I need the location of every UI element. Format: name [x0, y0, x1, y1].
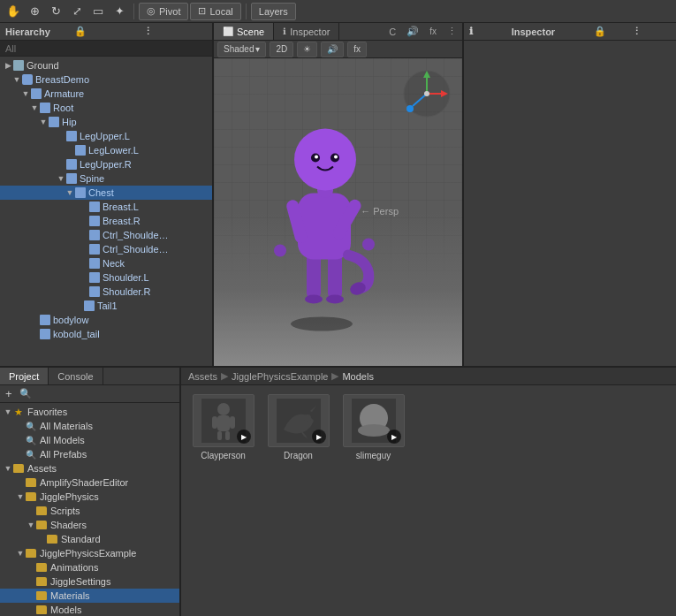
- fx-scene-button[interactable]: fx: [347, 42, 367, 57]
- tree-icon-bodylow: [39, 314, 51, 326]
- tree-item-breastdemo[interactable]: ▼ BreastDemo: [0, 72, 212, 87]
- ptree-all-models[interactable]: 🔍 All Models: [0, 433, 179, 447]
- lighting-button[interactable]: ☀: [297, 42, 317, 57]
- tree-label-armature: Armature: [44, 88, 84, 99]
- tree-label-spine: Spine: [80, 173, 104, 184]
- scene-viewport[interactable]: ← Persp: [214, 58, 462, 366]
- more-center-icon[interactable]: ⋮: [442, 23, 462, 40]
- ptree-materials[interactable]: Materials: [0, 589, 179, 603]
- asset-dragon-thumb[interactable]: ▶: [268, 394, 330, 447]
- tree-arrow-spine: ▼: [57, 174, 65, 183]
- audio-scene-button[interactable]: 🔊: [321, 42, 344, 57]
- tree-item-root[interactable]: ▼ Root: [0, 101, 212, 115]
- ptree-shaders[interactable]: ▼ Shaders: [0, 518, 179, 532]
- tree-item-hip[interactable]: ▼ Hip: [0, 115, 212, 129]
- ptree-amplify[interactable]: AmplifyShaderEditor: [0, 475, 179, 490]
- hierarchy-header: Hierarchy 🔒 ⋮: [0, 23, 212, 41]
- ptree-jigglephysics[interactable]: ▼ JigglePhysics: [0, 490, 179, 504]
- tree-item-chest[interactable]: ▼ Chest: [0, 186, 212, 200]
- tree-item-tail1[interactable]: Tail1: [0, 299, 212, 313]
- fx-icon[interactable]: fx: [424, 23, 442, 40]
- hierarchy-title: Hierarchy: [5, 27, 69, 37]
- assets-folder-icon: [12, 463, 25, 474]
- transform-tool-icon[interactable]: ✦: [110, 2, 129, 21]
- tree-item-legupper-l[interactable]: LegUpper.L: [0, 129, 212, 143]
- asset-slimeguy[interactable]: ▶ slimeguy: [340, 394, 406, 460]
- tree-arrow-chest: ▼: [65, 188, 74, 197]
- slimeguy-play-button[interactable]: ▶: [387, 430, 401, 444]
- asset-dragon[interactable]: ▶ Dragon: [265, 394, 331, 460]
- tree-item-ctrl-shoulder2[interactable]: Ctrl_Shoulde…: [0, 242, 212, 256]
- tree-item-armature[interactable]: ▼ Armature: [0, 87, 212, 101]
- tree-icon-kobold-tail: [39, 328, 51, 340]
- clayperson-play-button[interactable]: ▶: [237, 430, 251, 444]
- breadcrumb-assets[interactable]: Assets: [188, 371, 217, 382]
- top-half: Hierarchy 🔒 ⋮ ▶ Ground ▼ BreastDemo: [0, 23, 676, 368]
- models-folder-icon: [35, 605, 48, 615]
- ptree-scripts[interactable]: Scripts: [0, 504, 179, 518]
- right-inspector-icon: ℹ: [469, 26, 508, 37]
- tree-item-kobold-tail[interactable]: kobold_tail: [0, 327, 212, 341]
- shading-arrow: ▾: [255, 44, 260, 54]
- ptree-animations[interactable]: Animations: [0, 560, 179, 574]
- tab-project[interactable]: Project: [0, 368, 49, 384]
- tree-icon-spine: [65, 172, 78, 185]
- hierarchy-more-icon[interactable]: ⋮: [143, 26, 207, 37]
- right-inspector-more-icon[interactable]: ⋮: [632, 26, 671, 37]
- tree-item-shoulder-l[interactable]: Shoulder.L: [0, 270, 212, 285]
- scene-gizmo[interactable]: [400, 67, 453, 120]
- audio-icon[interactable]: 🔊: [401, 23, 424, 40]
- asset-clayperson-thumb[interactable]: ▶: [193, 394, 254, 447]
- rect-tool-icon[interactable]: ▭: [88, 2, 108, 21]
- right-inspector-lock-icon[interactable]: 🔒: [594, 26, 633, 37]
- project-search-button[interactable]: 🔍: [18, 388, 34, 399]
- tree-icon-chest: [74, 186, 87, 199]
- ptree-all-materials[interactable]: 🔍 All Materials: [0, 419, 179, 433]
- svg-point-36: [358, 424, 390, 437]
- tree-item-leglower-l[interactable]: LegLower.L: [0, 143, 212, 157]
- tree-item-shoulder-r[interactable]: Shoulder.R: [0, 285, 212, 299]
- tab-inspector-center[interactable]: ℹ Inspector: [274, 23, 339, 40]
- scale-tool-icon[interactable]: ⤢: [67, 2, 87, 21]
- layers-button[interactable]: Layers: [251, 3, 296, 20]
- ptree-jigglephysicsexample[interactable]: ▼ JigglePhysicsExample: [0, 546, 179, 560]
- c-icon[interactable]: C: [384, 23, 401, 40]
- asset-clayperson[interactable]: ▶ Clayperson: [190, 394, 256, 460]
- tree-icon-breast-l: [88, 201, 101, 213]
- tree-item-legupper-r[interactable]: LegUpper.R: [0, 157, 212, 171]
- scene-tab-icon: ⬜: [223, 27, 233, 36]
- tab-spacer: [339, 23, 384, 40]
- tree-item-spine[interactable]: ▼ Spine: [0, 171, 212, 186]
- move-tool-icon[interactable]: ⊕: [25, 2, 44, 21]
- project-add-button[interactable]: +: [4, 387, 14, 400]
- tree-label-leglower-l: LegLower.L: [88, 145, 139, 156]
- svg-point-8: [274, 245, 286, 257]
- asset-slimeguy-thumb[interactable]: ▶: [343, 394, 405, 447]
- tree-item-ctrl-shoulder1[interactable]: Ctrl_Shoulde…: [0, 228, 212, 242]
- hierarchy-lock-icon[interactable]: 🔒: [74, 26, 138, 37]
- tree-item-breast-l[interactable]: Breast.L: [0, 200, 212, 214]
- tree-item-ground[interactable]: ▶ Ground: [0, 58, 212, 72]
- tab-console[interactable]: Console: [49, 368, 103, 384]
- dragon-play-button[interactable]: ▶: [312, 430, 326, 444]
- ptree-favorites[interactable]: ▼ ★ Favorites: [0, 405, 179, 419]
- hand-tool-icon[interactable]: ✋: [4, 2, 23, 21]
- 2d-button[interactable]: 2D: [270, 42, 293, 57]
- local-button[interactable]: ⊡ Local: [190, 3, 240, 20]
- ptree-all-prefabs[interactable]: 🔍 All Prefabs: [0, 447, 179, 461]
- project-tree: ▼ ★ Favorites 🔍 All Materials 🔍 All Mode…: [0, 403, 179, 616]
- ptree-models[interactable]: Models: [0, 603, 179, 616]
- ptree-jigglesettings[interactable]: JiggleSettings: [0, 574, 179, 589]
- pivot-button[interactable]: ◎ Pivot: [139, 3, 188, 20]
- ptree-assets[interactable]: ▼ Assets: [0, 461, 179, 475]
- tree-item-breast-r[interactable]: Breast.R: [0, 214, 212, 228]
- rotate-tool-icon[interactable]: ↻: [46, 2, 65, 21]
- shading-dropdown[interactable]: Shaded ▾: [217, 42, 266, 57]
- tab-scene[interactable]: ⬜ Scene: [214, 23, 274, 40]
- breadcrumb-jpe[interactable]: JigglePhysicsExample: [232, 371, 328, 382]
- tree-item-bodylow[interactable]: bodylow: [0, 313, 212, 327]
- hierarchy-search-input[interactable]: [0, 41, 212, 57]
- tree-item-neck[interactable]: Neck: [0, 256, 212, 270]
- svg-rect-27: [217, 415, 230, 431]
- ptree-standard[interactable]: Standard: [0, 532, 179, 546]
